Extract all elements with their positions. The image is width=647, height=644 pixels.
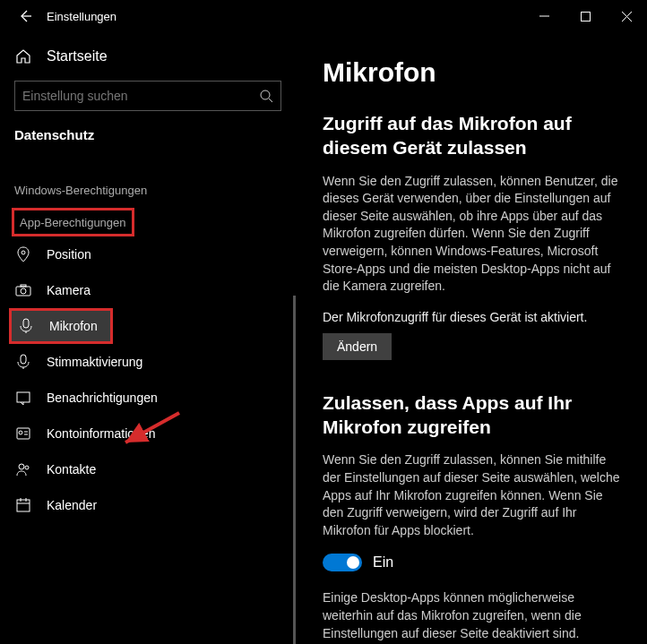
svg-rect-8 xyxy=(17,392,30,402)
sidebar-item-kalender[interactable]: Kalender xyxy=(0,487,296,523)
titlebar: Einstellungen xyxy=(0,0,647,32)
toggle-label: Ein xyxy=(373,554,393,571)
svg-point-10 xyxy=(19,431,22,434)
sidebar: Startseite Datenschutz Windows-Berechtig… xyxy=(0,32,296,644)
section-app-perms: App-Berechtigungen xyxy=(12,208,134,236)
maximize-button[interactable] xyxy=(565,2,606,30)
category-heading: Datenschutz xyxy=(0,124,296,159)
sidebar-item-mikrofon[interactable]: Mikrofon xyxy=(12,311,110,341)
mic-apps-toggle[interactable] xyxy=(323,554,362,571)
back-button[interactable] xyxy=(9,0,41,32)
main-content: Mikrofon Zugriff auf das Mikrofon auf di… xyxy=(296,32,647,644)
voice-icon xyxy=(14,354,32,370)
page-title: Mikrofon xyxy=(323,57,620,88)
notifications-icon xyxy=(14,390,32,406)
contacts-icon xyxy=(14,461,32,477)
svg-point-11 xyxy=(19,464,24,469)
access-status: Der Mikrofonzugriff für dieses Gerät ist… xyxy=(323,310,620,324)
window-title: Einstellungen xyxy=(41,10,116,23)
sidebar-item-kontakte[interactable]: Kontakte xyxy=(0,451,296,487)
sidebar-item-konto[interactable]: Kontoinformationen xyxy=(0,416,296,451)
search-field[interactable] xyxy=(22,89,259,103)
sidebar-item-label: Kamera xyxy=(47,283,91,297)
home-icon xyxy=(14,48,32,64)
svg-rect-6 xyxy=(23,319,29,328)
sidebar-item-label: Kalender xyxy=(47,498,97,512)
change-button[interactable]: Ändern xyxy=(323,333,392,360)
svg-point-1 xyxy=(261,90,270,99)
minimize-button[interactable] xyxy=(523,2,565,30)
camera-icon xyxy=(14,282,32,298)
search-icon xyxy=(259,89,273,103)
calendar-icon xyxy=(14,497,32,513)
microphone-icon xyxy=(17,318,35,334)
location-icon xyxy=(14,246,32,262)
sidebar-item-label: Kontoinformationen xyxy=(47,426,155,441)
section-title: Zulassen, dass Apps auf Ihr Mikrofon zug… xyxy=(323,391,620,440)
sidebar-item-benachrichtigungen[interactable]: Benachrichtigungen xyxy=(0,380,296,416)
sidebar-item-label: Position xyxy=(47,247,91,262)
sidebar-item-label: Mikrofon xyxy=(49,319,98,333)
section-windows-perms: Windows-Berechtigungen xyxy=(0,159,296,208)
svg-rect-0 xyxy=(581,12,590,21)
svg-point-12 xyxy=(25,466,29,469)
svg-rect-13 xyxy=(17,500,30,511)
section-body: Wenn Sie den Zugriff zulassen, können Be… xyxy=(323,173,620,296)
sidebar-item-label: Stimmaktivierung xyxy=(47,355,142,369)
svg-rect-7 xyxy=(21,355,26,364)
svg-rect-5 xyxy=(21,285,26,287)
sidebar-item-kamera[interactable]: Kamera xyxy=(0,272,296,308)
svg-point-4 xyxy=(21,288,26,294)
close-button[interactable] xyxy=(606,2,647,30)
sidebar-item-stimme[interactable]: Stimmaktivierung xyxy=(0,344,296,380)
section-body: Wenn Sie den Zugriff zulassen, können Si… xyxy=(323,451,620,539)
sidebar-item-position[interactable]: Position xyxy=(0,236,296,272)
sidebar-item-label: Kontakte xyxy=(47,462,96,477)
account-icon xyxy=(14,425,32,442)
home-link[interactable]: Startseite xyxy=(0,39,296,73)
scrollbar[interactable] xyxy=(293,296,296,644)
home-label: Startseite xyxy=(47,48,108,64)
sidebar-item-label: Benachrichtigungen xyxy=(47,391,158,405)
svg-point-2 xyxy=(22,251,25,254)
section-title: Zugriff auf das Mikrofon auf diesem Gerä… xyxy=(323,111,620,160)
footer-text: Einige Desktop-Apps können möglicherweis… xyxy=(323,589,620,644)
search-input[interactable] xyxy=(14,81,281,111)
